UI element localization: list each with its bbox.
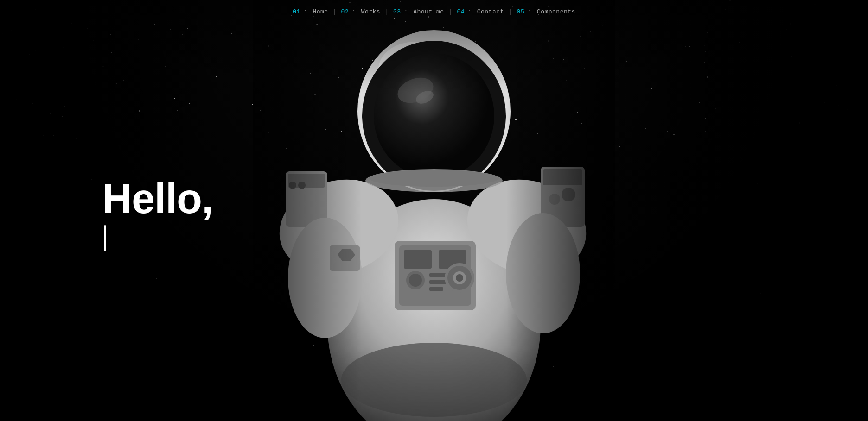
nav-link-components[interactable]: 05: Components	[517, 8, 575, 15]
nav-separator-2: |	[380, 8, 393, 15]
hero-greeting: Hello,	[102, 178, 213, 220]
cursor-blink	[104, 225, 106, 251]
nav-list: 01: Home | 02: Works | 03: About me |	[293, 8, 575, 15]
nav-separator-1: |	[328, 8, 341, 15]
nav-number-contact: 04	[457, 8, 465, 15]
nav-item-works: 02: Works	[341, 8, 380, 15]
hero-section: Hello,	[102, 178, 213, 251]
page-wrapper: 01: Home | 02: Works | 03: About me |	[0, 0, 868, 421]
nav-item-components: 05: Components	[517, 8, 575, 15]
nav-number-home: 01	[293, 8, 300, 15]
navigation: 01: Home | 02: Works | 03: About me |	[0, 0, 868, 24]
nav-number-about: 03	[393, 8, 401, 15]
nav-number-works: 02	[341, 8, 349, 15]
nav-item-contact: 04: Contact	[457, 8, 504, 15]
nav-link-home[interactable]: 01: Home	[293, 8, 328, 15]
nav-link-about[interactable]: 03: About me	[393, 8, 444, 15]
nav-link-works[interactable]: 02: Works	[341, 8, 380, 15]
nav-number-components: 05	[517, 8, 525, 15]
astronaut-image	[253, 0, 615, 421]
svg-rect-39	[253, 347, 615, 421]
nav-separator-4: |	[504, 8, 517, 15]
nav-item-home: 01: Home	[293, 8, 328, 15]
nav-separator-3: |	[444, 8, 457, 15]
nav-item-about: 03: About me	[393, 8, 444, 15]
nav-link-contact[interactable]: 04: Contact	[457, 8, 504, 15]
